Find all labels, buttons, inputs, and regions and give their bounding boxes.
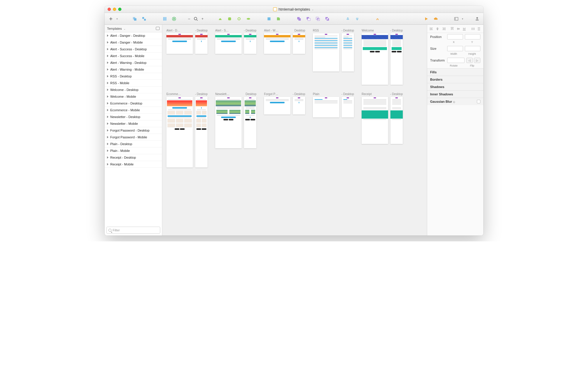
cloud-button[interactable] [432,16,440,22]
disclosure-triangle-icon [107,89,108,91]
ungroup-button[interactable] [140,16,148,22]
layer-item[interactable]: Welcome - Desktop [105,87,162,93]
artboard-thumbnail[interactable] [166,33,193,54]
layer-item[interactable]: Ecommerce - Desktop [105,100,162,107]
difference-button[interactable] [323,16,331,22]
zoom-in-button[interactable]: + [201,17,203,21]
artboard-thumbnail[interactable] [342,97,354,117]
layer-item[interactable]: Alert - Success - Desktop [105,46,162,53]
artboard-thumbnail[interactable] [215,33,242,54]
zoom-out-button[interactable]: − [188,16,190,21]
layer-item[interactable]: Receipt - Mobile [105,161,162,168]
sidebar-header[interactable]: Templates ⌄ [105,25,162,32]
align-right-button[interactable] [442,26,446,32]
group-button[interactable] [131,16,138,22]
subtract-button[interactable] [305,16,312,22]
close-window-button[interactable] [108,8,111,11]
flip-h-button[interactable]: ◁ [466,58,473,63]
layer-item[interactable]: RSS - Mobile [105,80,162,87]
rotate-input[interactable] [447,58,465,63]
align-bottom-button[interactable] [462,26,466,32]
position-y-input[interactable] [465,34,481,39]
artboard-thumbnail[interactable] [313,33,339,72]
align-center-h-button[interactable] [435,26,440,32]
artboard-thumbnail[interactable] [390,33,403,85]
forward-button[interactable] [344,16,352,22]
artboard-thumbnail[interactable] [244,33,256,54]
distribute-h-button[interactable] [471,26,475,32]
distribute-v-button[interactable] [477,26,481,32]
fills-section[interactable]: Fills [427,68,483,76]
mirror-button[interactable] [374,16,382,22]
backward-button[interactable] [353,16,361,22]
intersect-button[interactable] [314,16,322,22]
layer-item[interactable]: Alert - Success - Mobile [105,53,162,59]
insert-button[interactable] [107,16,115,22]
layer-item[interactable]: RSS - Desktop [105,73,162,80]
shadows-section[interactable]: Shadows [427,83,483,90]
layer-item[interactable]: Alert - Danger - Desktop [105,32,162,39]
artboard-thumbnail[interactable] [215,97,242,148]
artboard-thumbnail[interactable] [166,97,193,167]
layer-item[interactable]: Forgot Password - Desktop [105,127,162,134]
layer-item[interactable]: Ecommerce - Mobile [105,107,162,114]
layer-item-label: Plain - Mobile [110,149,130,152]
align-top-button[interactable] [450,26,454,32]
layer-item[interactable]: Plain - Mobile [105,147,162,154]
symbol-detach-button[interactable] [170,16,178,22]
borders-section[interactable]: Borders [427,76,483,83]
artboard-thumbnail[interactable] [293,97,305,115]
layer-item[interactable]: Welcome - Mobile [105,93,162,100]
layer-item[interactable]: Forgot Password - Mobile [105,134,162,141]
inner-shadows-section[interactable]: Inner Shadows [427,90,483,98]
artboard-thumbnail[interactable] [244,97,256,148]
artboard-thumbnail[interactable] [264,97,290,115]
flatten-button[interactable] [245,16,252,22]
layer-list[interactable]: Alert - Danger - DesktopAlert - Danger -… [105,32,162,225]
layer-item[interactable]: Alert - Danger - Mobile [105,39,162,46]
artboard-thumbnail[interactable] [195,97,208,167]
layer-item[interactable]: Receipt - Desktop [105,154,162,161]
artboard-thumbnail[interactable] [313,97,339,117]
rotate-button[interactable] [235,16,243,22]
align-center-v-button[interactable] [456,26,460,32]
layer-item[interactable]: Newsletter - Mobile [105,120,162,127]
layer-item[interactable]: Newsletter - Desktop [105,114,162,120]
canvas-area[interactable]: Alert - D…- DesktopAlert - S…- DesktopAl… [162,25,427,235]
edit-shape-button[interactable] [216,16,224,22]
flip-v-button[interactable]: ▷ [474,58,480,63]
layer-item[interactable]: Alert - Warning - Desktop [105,59,162,66]
view-button[interactable] [452,16,460,22]
symbol-create-button[interactable] [161,16,168,22]
artboard-thumbnail[interactable] [362,97,388,144]
artboard-thumbnail[interactable] [293,33,305,54]
zoom-button[interactable] [192,16,200,22]
disclosure-triangle-icon [107,34,108,37]
union-button[interactable] [295,16,303,22]
blur-checkbox[interactable] [477,100,480,103]
disclosure-triangle-icon [107,143,108,145]
artboard-thumbnail[interactable] [195,33,208,54]
layer-item[interactable]: Alert - Warning - Mobile [105,66,162,73]
transform-button[interactable] [226,16,233,22]
layer-item[interactable]: Plain - Desktop [105,141,162,147]
align-left-button[interactable] [430,26,434,32]
artboard-thumbnail[interactable] [342,33,354,72]
minimize-window-button[interactable] [113,8,116,11]
preview-button[interactable] [422,16,430,22]
svg-rect-13 [298,18,301,21]
artboard-thumbnail[interactable] [264,33,290,54]
maximize-window-button[interactable] [118,8,121,11]
titlebar-title[interactable]: htmlemail-templates ⌄ [123,7,464,11]
sidebar-toggle-icon[interactable] [156,27,160,30]
export-button[interactable] [473,16,481,22]
width-input[interactable] [447,46,463,51]
artboard-thumbnail[interactable] [390,97,403,144]
mask-button[interactable] [265,16,273,22]
scale-button[interactable] [275,16,282,22]
filter-input[interactable]: Filter [106,227,160,234]
gaussian-blur-section[interactable]: Gaussian Blur ◇ [427,98,483,105]
artboard-thumbnail[interactable] [362,33,388,85]
position-x-input[interactable] [447,34,463,39]
height-input[interactable] [465,46,481,51]
